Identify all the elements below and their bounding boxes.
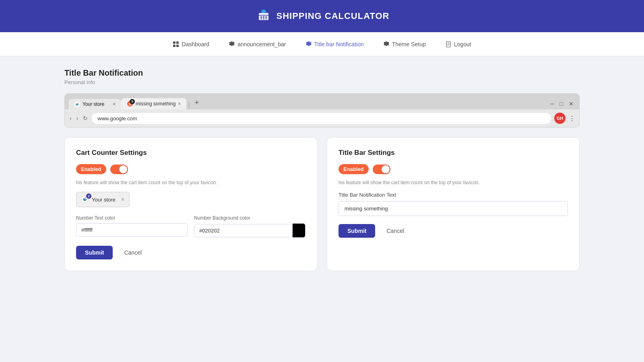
text-color-label: Number Text color [76, 215, 188, 221]
title-bar-enabled-label: Enabled [339, 164, 369, 174]
cart-counter-btn-row: Submit Cancel [76, 246, 305, 259]
window-controls: ─ □ ✕ [549, 100, 575, 109]
missing-tab-favicon: S 5 [127, 101, 133, 107]
nav-label-logout: Logout [454, 41, 471, 47]
svg-rect-3 [260, 16, 262, 18]
nav-item-title-bar[interactable]: Title bar Notification [305, 41, 364, 47]
nav-item-theme-setup[interactable]: Theme Setup [383, 41, 426, 47]
nav-item-announcement-bar[interactable]: announcement_bar [229, 41, 286, 47]
notification-input-wrap: Title Bar Notification Text [339, 192, 568, 216]
svg-rect-5 [265, 16, 267, 18]
gear-icon-2 [305, 41, 312, 47]
browser-tab-missing[interactable]: S 5 missing something × [121, 98, 186, 109]
title-bar-toggle-row: Enabled [339, 164, 568, 174]
title-bar-desc: his feature will show the cart item coun… [339, 180, 568, 185]
google-favicon [74, 101, 80, 107]
svg-point-9 [261, 10, 266, 13]
favicon-close-button[interactable]: × [121, 196, 124, 203]
top-header: Shipping Calculator [0, 0, 644, 32]
main-content: Title Bar Notification Personal info You… [48, 56, 596, 283]
cart-counter-cancel-button[interactable]: Cancel [118, 246, 148, 259]
logo-icon [255, 7, 272, 25]
cart-counter-toggle[interactable] [110, 165, 128, 174]
tab-label-your-store: Your store [83, 101, 104, 107]
svg-rect-7 [263, 19, 264, 19]
user-avatar: GH [554, 113, 566, 124]
notification-text-label: Title Bar Notification Text [339, 192, 568, 198]
nav-label-title-bar: Title bar Notification [314, 41, 364, 47]
notification-text-input[interactable] [339, 201, 568, 216]
svg-rect-10 [173, 41, 175, 44]
close-window-button[interactable]: ✕ [567, 100, 575, 108]
gear-icon-3 [383, 41, 390, 47]
cart-counter-title: Cart Counter Settings [76, 149, 305, 157]
tab-close-missing[interactable]: × [178, 101, 181, 107]
page-title: Title Bar Notification [64, 68, 580, 78]
cart-counter-desc: his feature will show the cart item coun… [76, 180, 305, 185]
minimize-button[interactable]: ─ [549, 100, 556, 108]
page-subtitle: Personal info [64, 79, 580, 85]
favicon-preview: 2 Your store × [76, 192, 130, 207]
tab-close-your-store[interactable]: × [113, 101, 116, 107]
settings-row: Cart Counter Settings Enabled his featur… [64, 137, 580, 271]
nav-label-dashboard: Dashboard [182, 41, 209, 47]
color-form-row: Number Text color Number Background colo… [76, 215, 305, 238]
title-bar-btn-row: Submit Cancel [339, 224, 568, 238]
grid-icon [173, 41, 179, 47]
svg-rect-12 [173, 45, 175, 47]
browser-address-bar: ‹ › ↻ GH ⋮ [65, 109, 579, 127]
bg-color-label: Number Background color [194, 215, 305, 221]
nav-item-dashboard[interactable]: Dashboard [173, 41, 209, 47]
svg-rect-8 [265, 19, 267, 19]
reload-button[interactable]: ↻ [82, 114, 89, 122]
forward-button[interactable]: › [76, 114, 79, 122]
cart-counter-toggle-track[interactable] [110, 165, 128, 174]
svg-rect-13 [176, 45, 179, 47]
browser-mockup: Your store × S 5 missing something × | + [64, 93, 580, 128]
bg-color-input-row [194, 223, 305, 238]
nav-label-theme-setup: Theme Setup [392, 41, 426, 47]
logo-area: Shipping Calculator [255, 7, 390, 25]
title-bar-cancel-button[interactable]: Cancel [380, 224, 411, 238]
cart-counter-panel: Cart Counter Settings Enabled his featur… [64, 137, 317, 271]
browser-tab-your-store[interactable]: Your store × [69, 99, 121, 109]
title-bar-toggle-track[interactable] [373, 165, 390, 174]
title-bar-toggle[interactable] [373, 165, 390, 174]
browser-menu-button[interactable]: ⋮ [569, 115, 575, 122]
favicon-icon-wrap: 2 [81, 195, 89, 204]
text-color-input[interactable] [76, 223, 188, 237]
favicon-store-label: Your store [92, 197, 116, 203]
document-icon [445, 41, 452, 47]
logo-text: Shipping Calculator [277, 11, 390, 21]
title-bar-toggle-thumb [382, 165, 390, 173]
browser-tabs-bar: Your store × S 5 missing something × | + [65, 94, 579, 109]
back-button[interactable]: ‹ [69, 114, 72, 122]
nav-label-announcement: announcement_bar [237, 41, 286, 47]
maximize-button[interactable]: □ [558, 100, 565, 108]
tab-badge: 5 [130, 99, 135, 104]
text-color-group: Number Text color [76, 215, 188, 238]
svg-rect-4 [263, 16, 264, 18]
tab-divider: | [186, 101, 191, 109]
bg-color-group: Number Background color [194, 215, 305, 238]
svg-rect-6 [260, 19, 262, 19]
bg-color-swatch[interactable] [293, 223, 305, 238]
title-bar-submit-button[interactable]: Submit [339, 224, 375, 238]
nav-item-logout[interactable]: Logout [445, 41, 471, 47]
favicon-badge: 2 [86, 193, 91, 199]
cart-counter-toggle-thumb [119, 165, 127, 173]
bg-color-input[interactable] [194, 224, 293, 237]
title-bar-panel: Title Bar Settings Enabled his feature w… [327, 137, 580, 271]
cart-counter-enabled-label: Enabled [76, 164, 106, 174]
nav-bar: Dashboard announcement_bar Title bar Not… [0, 32, 644, 56]
tab-label-missing: missing something [136, 101, 175, 107]
svg-rect-11 [176, 41, 179, 44]
cart-counter-submit-button[interactable]: Submit [76, 246, 113, 259]
cart-counter-toggle-row: Enabled [76, 164, 305, 174]
gear-icon-1 [229, 41, 235, 47]
address-bar-input[interactable] [92, 113, 551, 124]
title-bar-panel-title: Title Bar Settings [339, 149, 568, 157]
tab-new-button[interactable]: + [192, 97, 202, 109]
